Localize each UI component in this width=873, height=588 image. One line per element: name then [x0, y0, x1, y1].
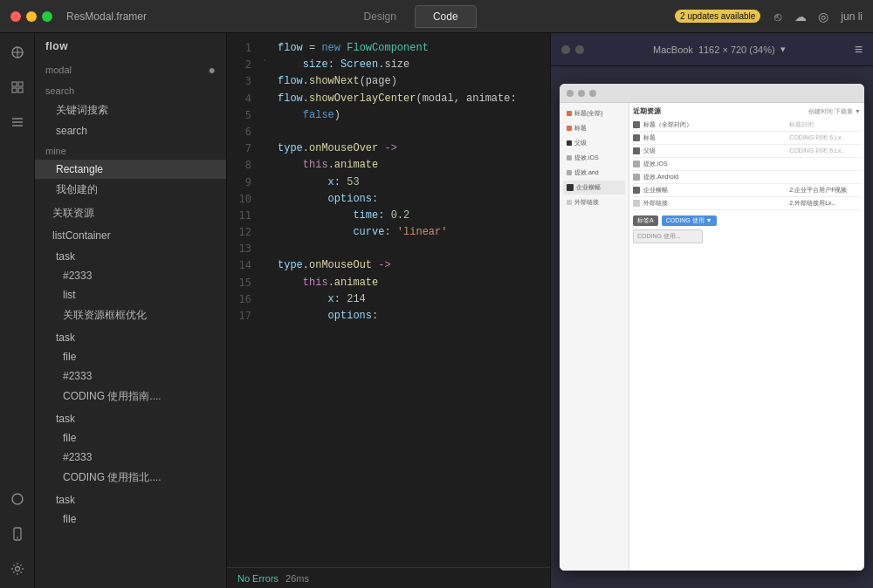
- cloud-icon[interactable]: ☁: [794, 10, 808, 24]
- row-icon: [633, 161, 640, 168]
- modal-sidebar-item-5: 提效.and: [563, 166, 625, 180]
- task-label-1: task: [35, 247, 226, 266]
- export-icon[interactable]: ⎋: [771, 10, 785, 24]
- table-row: 企业横幅 2.企业平台用户F视频: [633, 184, 861, 197]
- table-row: 父级 CODING 封闭 6.Lx..: [633, 145, 861, 158]
- modal-input[interactable]: CODING 使用...: [633, 229, 703, 243]
- title-bar: ResModal.framer Design Code 2 updates av…: [0, 0, 873, 33]
- titlebar-icons: ⎋ ☁ ◎: [771, 10, 830, 24]
- task-section-2: task file #2333 CODING 使用指南....: [35, 328, 226, 407]
- modal-content-header: 近期资源 创建时间 下载量 ▼: [633, 106, 861, 116]
- close-button[interactable]: [10, 11, 21, 22]
- preview-content: 标题(全部) 标题 父级 提效.iOS: [551, 66, 873, 588]
- modal-dot-1: [567, 90, 574, 97]
- time-label: 26ms: [285, 573, 309, 584]
- tag-1: 标签A: [633, 215, 658, 226]
- task-label-4: task: [35, 490, 226, 509]
- layers-icon[interactable]: [7, 42, 28, 63]
- chevron-down-icon[interactable]: ▾: [780, 44, 786, 55]
- table-row: 外部链接 2.外部链接用Lx..: [633, 197, 861, 210]
- preview-header: MacBook 1162 × 720 (34%) ▾ ≡: [551, 33, 873, 66]
- tab-bar: Design Code: [346, 5, 477, 28]
- components-icon[interactable]: [7, 77, 28, 98]
- mine-header: mine: [35, 142, 226, 160]
- task-section-1: task #2333 list 关联资源框框优化: [35, 247, 226, 326]
- sidebar-item-search[interactable]: search: [35, 121, 226, 140]
- svg-rect-4: [18, 82, 23, 86]
- task1-list[interactable]: list: [35, 285, 226, 304]
- search-section: search 关键词搜索 search: [35, 82, 226, 140]
- task2-file[interactable]: file: [35, 347, 226, 366]
- modal-dot-2: [578, 90, 585, 97]
- sidebar-item-list-container[interactable]: listContainer: [35, 226, 226, 245]
- sidebar-item-keyword-search[interactable]: 关键词搜索: [35, 99, 226, 121]
- preview-dot-1: [561, 45, 570, 54]
- search-section-label: search: [45, 85, 74, 96]
- tag-row: 标签A CODING 使用 ▼: [633, 215, 861, 226]
- sidebar-item-rectangle[interactable]: Rectangle: [35, 160, 226, 179]
- table-row: 标题（全部封闭） 标题封闭: [633, 119, 861, 132]
- phone-icon[interactable]: [7, 523, 28, 544]
- sidebar-item-related[interactable]: 关联资源: [35, 202, 226, 224]
- task4-file[interactable]: file: [35, 509, 226, 529]
- svg-rect-3: [12, 82, 17, 86]
- modal-body: 标题(全部) 标题 父级 提效.iOS: [560, 103, 864, 571]
- svg-point-12: [17, 537, 18, 539]
- mine-section: mine Rectangle 我创建的: [35, 142, 226, 201]
- code-lines[interactable]: flow = new FlowComponent size: Screen.si…: [271, 40, 550, 560]
- no-errors-label: No Errors: [237, 573, 278, 584]
- task-section-4: task file: [35, 490, 226, 529]
- modal-sidebar-item-1: 标题(全部): [563, 106, 625, 120]
- settings-icon[interactable]: [7, 558, 28, 579]
- svg-rect-5: [12, 88, 17, 92]
- menu-icon[interactable]: [7, 112, 28, 133]
- list-container-section: listContainer: [35, 226, 226, 245]
- preview-size-label: 1162 × 720 (34%): [698, 44, 775, 55]
- circle-icon[interactable]: [7, 489, 28, 509]
- task3-coding[interactable]: CODING 使用指北....: [35, 467, 226, 489]
- task3-file[interactable]: file: [35, 428, 226, 448]
- table-row: 提效.Android: [633, 171, 861, 184]
- row-icon: [633, 134, 640, 141]
- modal-sidebar-item-7: 外部链接: [563, 195, 625, 209]
- search-header: search: [35, 82, 226, 99]
- minimize-button[interactable]: [26, 11, 37, 22]
- table-row: 标题 CODING 封闭 6.Lx..: [633, 132, 861, 145]
- maximize-button[interactable]: [42, 11, 52, 22]
- modal-main-content: 近期资源 创建时间 下载量 ▼ 标题（全部封闭） 标题封闭 标题 CO: [629, 103, 864, 571]
- row-icon: [633, 174, 640, 181]
- title-bar-left: ResModal.framer: [10, 10, 147, 23]
- sidebar-item-created[interactable]: 我创建的: [35, 179, 226, 201]
- modal-titlebar: [560, 84, 864, 103]
- task1-issue[interactable]: #2333: [35, 266, 226, 285]
- modal-body-sidebar: 标题(全部) 标题 父级 提效.iOS: [560, 103, 629, 571]
- line-numbers: 12345 678910 1112131415 1617: [227, 40, 258, 560]
- preview-traffic-lights: [561, 45, 584, 54]
- task1-related[interactable]: 关联资源框框优化: [35, 304, 226, 326]
- line-dots: ·: [258, 40, 271, 560]
- modal-section-icon[interactable]: ●: [209, 63, 216, 77]
- update-badge[interactable]: 2 updates available: [675, 10, 760, 23]
- preview-title-group: MacBook 1162 × 720 (34%) ▾: [653, 44, 786, 55]
- design-tab[interactable]: Design: [346, 5, 415, 28]
- modal-sidebar-item-4: 提效.iOS: [563, 151, 625, 165]
- icon-bar: [0, 33, 35, 588]
- task2-coding[interactable]: CODING 使用指南....: [35, 386, 226, 407]
- icon-bar-bottom: [7, 489, 28, 579]
- preview-panel: MacBook 1162 × 720 (34%) ▾ ≡: [550, 33, 873, 588]
- main-layout: flow modal ● search 关键词搜索 search mine Re…: [0, 33, 873, 588]
- task2-issue[interactable]: #2333: [35, 366, 226, 386]
- row-icon: [633, 121, 640, 128]
- task3-issue[interactable]: #2333: [35, 448, 226, 467]
- code-tab[interactable]: Code: [415, 5, 477, 28]
- share-icon[interactable]: ◎: [816, 10, 830, 24]
- modal-label: modal: [45, 65, 72, 75]
- input-row: CODING 使用...: [633, 229, 861, 243]
- preview-menu-icon[interactable]: ≡: [855, 42, 863, 58]
- filename-label: ResModal.framer: [66, 10, 147, 23]
- modal-window: 标题(全部) 标题 父级 提效.iOS: [560, 84, 864, 571]
- preview-dot-2: [575, 45, 584, 54]
- modal-sidebar-item-2: 标题: [563, 121, 625, 135]
- code-editor: 12345 678910 1112131415 1617 · flow = ne…: [227, 33, 550, 588]
- task-section-3: task file #2333 CODING 使用指北....: [35, 409, 226, 489]
